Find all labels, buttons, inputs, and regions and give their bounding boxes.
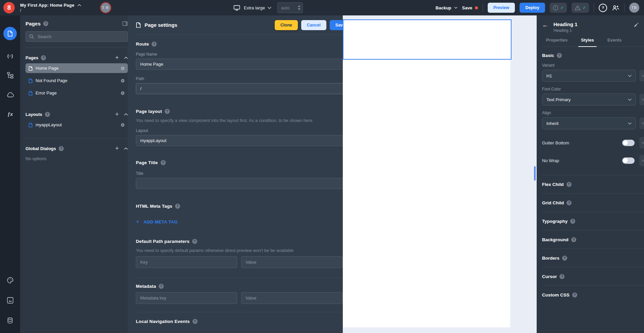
help-badge-icon[interactable]: ? [562,256,567,261]
tab-events[interactable]: Events [607,38,622,47]
page-list-item-not-found[interactable]: Not Found Page ⚙ [25,76,128,85]
help-badge-icon[interactable]: ? [43,21,48,26]
rail-item-pages[interactable] [3,27,17,40]
help-badge-icon[interactable]: ? [45,112,50,117]
profile-avatar[interactable]: TR [629,3,639,13]
rail-item-data[interactable] [6,316,14,324]
chevron-down-icon[interactable] [268,7,271,9]
stepper-down-icon[interactable] [298,8,301,10]
help-badge-icon[interactable]: ? [159,284,164,289]
path-input[interactable] [136,83,357,94]
rail-item-assets[interactable] [6,296,14,304]
code-binding-button[interactable]: <> [639,70,644,81]
variant-select[interactable]: H1 [542,70,636,82]
layout-list-item[interactable]: myappLayout ⚙ [25,120,128,130]
chevron-up-icon[interactable] [124,147,128,150]
help-badge-icon[interactable]: ? [567,200,572,205]
help-badge-icon[interactable]: ? [165,109,170,114]
edit-pencil-icon[interactable] [634,22,639,27]
help-badge-icon[interactable]: ? [570,219,575,224]
help-badge-icon[interactable]: ? [152,42,157,47]
chevron-up-icon[interactable] [124,57,128,59]
add-page-button[interactable]: + [115,55,119,61]
code-binding-button[interactable]: <> [639,137,644,148]
font-color-select[interactable]: Text Primary [542,93,636,106]
help-badge-icon[interactable]: ? [571,237,576,242]
code-binding-button[interactable]: <> [639,118,644,129]
section-grid-child[interactable]: Grid Child ? [542,194,644,212]
section-cursor[interactable]: Cursor ? [542,267,644,286]
warnings-status-chip[interactable]: ✓ [572,3,589,13]
help-badge-icon[interactable]: ? [557,53,562,58]
section-background[interactable]: Background ? [542,230,644,249]
app-info[interactable]: My First App: Home Page / [20,3,81,13]
canvas-scrollbar-thumb[interactable] [534,166,536,181]
page-list-item-home[interactable]: Home Page ⚙ [25,63,128,73]
help-badge-icon[interactable]: ? [41,55,46,60]
preview-button[interactable]: Preview [488,3,515,13]
section-typography[interactable]: Typography ? [542,212,644,230]
errors-status-chip[interactable]: ✓ [550,3,567,13]
help-badge-icon[interactable]: ? [572,292,577,297]
section-custom-css[interactable]: Custom CSS ? [542,286,644,304]
tab-properties[interactable]: Properties [546,38,568,47]
code-binding-button[interactable]: <> [639,155,644,166]
path-param-key-input[interactable] [136,256,237,268]
stepper-arrows[interactable] [298,5,301,10]
section-flex-child[interactable]: Flex Child ? [542,175,644,194]
users-icon[interactable] [612,5,620,11]
add-layout-button[interactable]: + [115,111,119,117]
add-dialog-button[interactable]: + [115,145,119,151]
help-badge-icon[interactable]: ? [559,274,565,279]
title-input[interactable] [136,178,357,189]
help-badge-icon[interactable]: ? [192,239,197,244]
back-arrow-icon[interactable]: ← [542,22,548,28]
canvas-page[interactable] [343,19,510,327]
rail-item-resources[interactable] [6,90,14,98]
search-input[interactable] [37,34,124,40]
canvas-width-stepper[interactable]: auto [277,2,303,13]
gutter-bottom-toggle[interactable] [622,140,635,146]
gear-icon[interactable]: ⚙ [120,78,125,83]
help-icon[interactable]: ? [599,4,607,12]
cancel-button[interactable]: Cancel [301,20,326,30]
presence-avatar[interactable]: T R [101,3,111,13]
selected-heading-component[interactable] [343,19,512,60]
gear-icon[interactable]: ⚙ [120,123,125,127]
app-logo[interactable]: 8 [3,2,15,13]
rail-item-code[interactable]: {··} [6,52,14,60]
align-select[interactable]: Inherit [542,117,636,129]
deploy-button[interactable]: Deploy [520,3,545,13]
section-borders[interactable]: Borders ? [542,249,644,267]
path-param-value-input[interactable] [241,256,342,268]
gear-icon[interactable]: ⚙ [120,91,125,95]
help-badge-icon[interactable]: ? [193,319,198,324]
add-meta-tag-button[interactable]: + ADD META TAG [136,219,351,225]
gear-icon[interactable]: ⚙ [120,66,125,71]
breakpoint-label[interactable]: Extra large [244,5,265,10]
help-badge-icon[interactable]: ? [567,182,572,187]
metadata-value-input[interactable] [241,292,342,304]
code-binding-button[interactable]: <> [639,94,644,105]
canvas[interactable] [343,15,537,333]
clone-button[interactable]: Clone [275,20,298,30]
backup-button[interactable]: Backup [436,5,458,10]
layout-select[interactable]: myappLayout [136,135,351,146]
help-badge-icon[interactable]: ? [59,146,64,151]
page-list-item-error[interactable]: Error Page ⚙ [25,88,128,98]
rail-item-components[interactable] [6,71,14,79]
help-badge-icon[interactable]: ? [175,204,180,209]
page-name-input[interactable] [136,59,357,70]
no-wrap-toggle[interactable] [622,157,635,164]
help-badge-icon[interactable]: ? [161,160,166,165]
collapse-panel-icon[interactable] [122,21,128,26]
rail-item-functions[interactable]: ƒx [6,110,14,118]
chevron-up-icon[interactable] [77,4,81,6]
search-box[interactable] [25,31,128,42]
tab-styles[interactable]: Styles [581,38,594,47]
save-button[interactable]: Save [462,5,478,10]
chevron-up-icon[interactable] [124,113,128,116]
rail-item-theme[interactable] [6,276,14,284]
stepper-up-icon[interactable] [298,5,301,7]
metadata-key-input[interactable] [136,292,237,304]
